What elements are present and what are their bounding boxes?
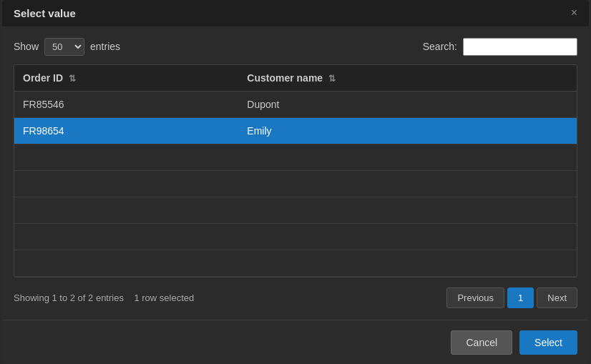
table-row[interactable]: FR85546Dupont — [14, 91, 577, 117]
table-body: FR85546DupontFR98654Emily — [14, 91, 577, 276]
empty-row — [14, 223, 577, 250]
selected-text: 1 row selected — [134, 292, 194, 303]
close-button[interactable]: × — [571, 7, 577, 19]
empty-row — [14, 197, 577, 223]
show-entries: Show 10 25 50 100 entries — [14, 38, 120, 56]
cell-customer-name: Emily — [238, 117, 577, 144]
cancel-button[interactable]: Cancel — [451, 330, 512, 355]
column-customer-name[interactable]: Customer name ⇅ — [238, 65, 577, 92]
footer-row: Showing 1 to 2 of 2 entries 1 row select… — [14, 287, 577, 308]
empty-row — [14, 250, 577, 276]
entries-label: entries — [90, 41, 120, 52]
modal-body: Show 10 25 50 100 entries Search: — [2, 26, 589, 320]
previous-button[interactable]: Previous — [446, 287, 504, 308]
empty-row — [14, 170, 577, 197]
search-label: Search: — [423, 41, 457, 52]
modal-header: Select value × — [2, 0, 589, 26]
modal-footer: Cancel Select — [2, 320, 589, 365]
cell-order-id: FR85546 — [14, 91, 238, 117]
table-container: Order ID ⇅ Customer name ⇅ FR85546Dupont… — [14, 64, 577, 277]
table-row[interactable]: FR98654Emily — [14, 117, 577, 144]
sort-icon-customer-name: ⇅ — [328, 74, 336, 84]
empty-row — [14, 144, 577, 170]
controls-row: Show 10 25 50 100 entries Search: — [14, 38, 577, 56]
next-button[interactable]: Next — [537, 287, 577, 308]
modal-overlay: Select value × Show 10 25 50 100 entries… — [0, 0, 591, 364]
modal-title: Select value — [14, 7, 76, 19]
column-order-id[interactable]: Order ID ⇅ — [14, 65, 238, 92]
pagination: Previous 1 Next — [446, 287, 577, 308]
show-label: Show — [14, 41, 39, 52]
search-input[interactable] — [463, 38, 577, 56]
select-button[interactable]: Select — [519, 330, 577, 355]
modal: Select value × Show 10 25 50 100 entries… — [2, 0, 589, 364]
table-header-row: Order ID ⇅ Customer name ⇅ — [14, 65, 577, 92]
cell-order-id: FR98654 — [14, 117, 238, 144]
showing-text: Showing 1 to 2 of 2 entries — [14, 292, 124, 303]
page-1-button[interactable]: 1 — [507, 287, 534, 308]
data-table: Order ID ⇅ Customer name ⇅ FR85546Dupont… — [14, 65, 577, 277]
search-group: Search: — [423, 38, 577, 56]
entries-select[interactable]: 10 25 50 100 — [44, 38, 84, 56]
sort-icon-order-id: ⇅ — [69, 74, 76, 84]
cell-customer-name: Dupont — [238, 91, 577, 117]
showing-info: Showing 1 to 2 of 2 entries 1 row select… — [14, 292, 194, 303]
